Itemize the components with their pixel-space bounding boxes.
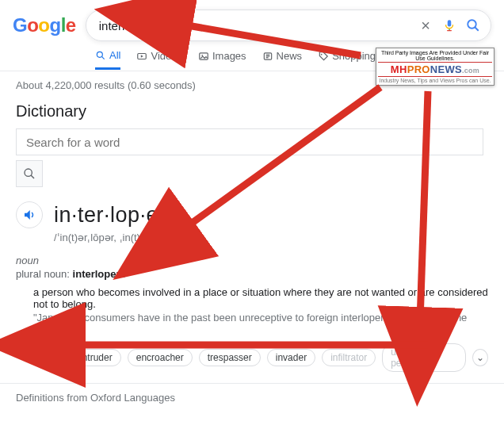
similar-chip[interactable]: intruder [71,349,121,366]
example-sentence: "Japanese consumers have in the past bee… [33,312,488,335]
similar-chip[interactable]: invader [267,349,315,366]
tab-all[interactable]: All [95,49,120,70]
tab-images-label: Images [212,50,246,62]
voice-search-icon[interactable] [440,16,459,35]
plural-line: plural noun: interlopers [16,268,488,280]
tab-videos[interactable]: Videos [136,50,182,68]
tab-images[interactable]: Images [198,50,246,68]
svg-point-16 [25,169,32,176]
image-icon [198,51,209,62]
badge-brand: MHPRONEWS.com [378,63,492,75]
video-icon [136,51,147,62]
similar-label: Similar: [33,352,65,363]
definition-text: a person who becomes involved in a place… [33,286,488,310]
definition-source: Definitions from Oxford Languages [0,384,504,404]
dictionary-card: Dictionary in·ter·lop·er /ˈin(t)ərˌlōpər… [0,96,504,384]
svg-point-1 [468,20,476,29]
pronunciation: /ˈin(t)ərˌlōpər, ˌin(t)ərˈlōpər/ [54,232,488,243]
dictionary-search-input[interactable] [16,128,483,155]
similar-chip[interactable]: trespasser [199,349,261,366]
news-icon [262,51,273,62]
svg-rect-0 [447,30,452,31]
search-icon[interactable] [464,16,483,35]
similar-chip[interactable]: unwanted person [382,343,466,372]
google-logo[interactable]: Google [13,14,76,36]
speaker-icon [22,208,36,222]
similar-row: Similar: intruder encroacher trespasser … [33,343,488,372]
tab-news-label: News [277,50,303,62]
svg-point-3 [97,52,102,57]
dictionary-heading: Dictionary [16,102,488,121]
mhpronews-badge: Third Party Images Are Provided Under Fa… [376,48,494,86]
search-bar: × [86,10,491,41]
dictionary-search-button[interactable] [16,160,43,187]
pronounce-button[interactable] [16,201,43,228]
search-small-icon [95,50,106,61]
clear-icon[interactable]: × [416,16,435,35]
similar-chip[interactable]: infiltrator [322,349,376,366]
part-of-speech: noun [16,255,488,266]
svg-point-12 [321,53,323,55]
svg-line-2 [475,27,479,31]
tab-all-label: All [109,49,120,61]
tab-news[interactable]: News [262,50,303,68]
tag-icon [318,51,329,62]
search-input[interactable] [99,19,411,33]
badge-disclaimer: Third Party Images Are Provided Under Fa… [378,50,492,61]
tab-shopping-label: Shopping [332,50,376,62]
similar-chip[interactable]: encroacher [128,349,193,366]
headword-text: in·ter·lop·er [54,203,166,228]
svg-line-4 [101,56,104,59]
svg-line-17 [31,175,34,178]
tab-videos-label: Videos [151,50,182,62]
badge-tagline: Industry News, Tips and Views Pros can U… [378,78,492,83]
expand-similar-icon[interactable]: ⌄ [472,349,488,366]
tab-shopping[interactable]: Shopping [318,50,376,68]
